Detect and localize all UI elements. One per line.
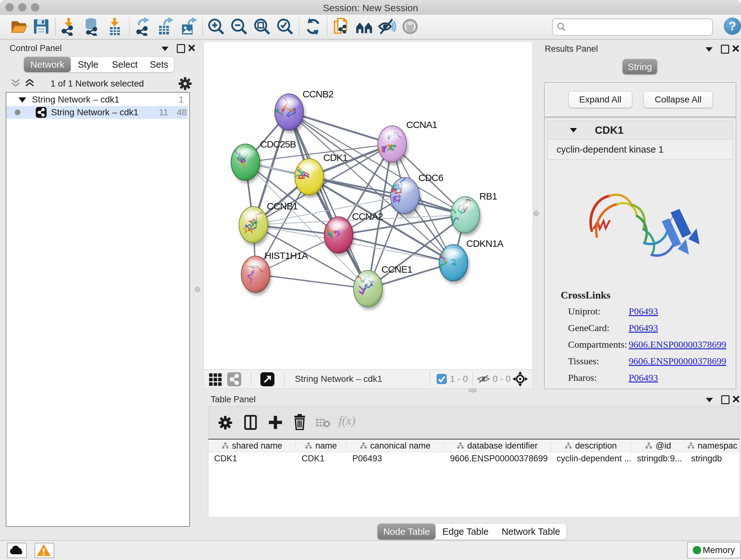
network-badge-icon[interactable] bbox=[227, 372, 241, 386]
zoom-selected-icon[interactable] bbox=[276, 17, 294, 36]
network-edge[interactable] bbox=[289, 112, 392, 144]
cell-description[interactable]: cyclin-dependent ... bbox=[551, 452, 631, 465]
tab-sets[interactable]: Sets bbox=[144, 57, 174, 72]
node-label: CDC25B bbox=[260, 139, 296, 149]
protein-section-header[interactable]: CDK1 bbox=[547, 121, 733, 140]
tab-network-table[interactable]: Network Table bbox=[495, 523, 566, 540]
add-column-icon[interactable] bbox=[268, 415, 283, 431]
search-input[interactable] bbox=[569, 20, 708, 33]
column-header[interactable]: @id bbox=[631, 440, 685, 452]
import-table-icon[interactable] bbox=[105, 17, 124, 36]
grid-view-icon[interactable] bbox=[208, 372, 222, 388]
refresh-icon[interactable] bbox=[304, 17, 322, 36]
cell-namespace[interactable]: stringdb bbox=[685, 452, 739, 465]
cell-id[interactable]: stringdb:9... bbox=[631, 452, 685, 465]
export-network-icon[interactable] bbox=[133, 17, 152, 36]
hidden-eye-icon[interactable] bbox=[477, 374, 490, 385]
delete-column-trash-icon[interactable] bbox=[292, 414, 307, 431]
crosslinks-title: CrossLinks bbox=[561, 289, 610, 301]
network-node-CCNB2[interactable]: CCNB2 bbox=[273, 89, 333, 130]
column-header[interactable]: namespac bbox=[685, 440, 739, 452]
panel-close-icon[interactable] bbox=[732, 45, 739, 52]
right-splitter-handle[interactable] bbox=[534, 211, 539, 216]
application-window: Session: New Session bbox=[0, 0, 741, 560]
network-edge[interactable] bbox=[289, 112, 368, 289]
column-header[interactable]: canonical name bbox=[347, 440, 444, 452]
hide-details-icon[interactable] bbox=[378, 17, 396, 36]
show-details-icon[interactable] bbox=[401, 17, 419, 36]
memory-button[interactable]: Memory bbox=[687, 542, 741, 558]
network-node-RB1[interactable]: RB1 bbox=[448, 191, 497, 233]
neighbors-icon[interactable] bbox=[355, 17, 374, 36]
network-node-CDK1[interactable]: CDK1 bbox=[292, 152, 347, 195]
panel-float-icon[interactable] bbox=[161, 47, 169, 51]
tab-node-table[interactable]: Node Table bbox=[378, 523, 436, 540]
panel-close-icon[interactable] bbox=[732, 395, 740, 403]
panel-maximize-icon[interactable] bbox=[177, 44, 185, 53]
zoom-out-icon[interactable] bbox=[230, 17, 248, 36]
column-header[interactable]: database identifier bbox=[444, 440, 551, 452]
expand-all-button[interactable]: Expand All bbox=[568, 91, 632, 108]
network-node-HIST1H1A[interactable]: HIST1H1A bbox=[239, 250, 308, 293]
import-network-icon[interactable] bbox=[59, 17, 78, 36]
tab-edge-table[interactable]: Edge Table bbox=[435, 523, 495, 540]
tab-select[interactable]: Select bbox=[105, 57, 145, 72]
crosslink-uniprot-link[interactable]: P06493 bbox=[629, 306, 658, 317]
cell-shared-name[interactable]: CDK1 bbox=[208, 452, 296, 465]
node-label: CCNA2 bbox=[352, 211, 383, 222]
toolbar-separator bbox=[202, 17, 203, 36]
tab-string[interactable]: String bbox=[623, 59, 657, 74]
crosslink-pharos-link[interactable]: P06493 bbox=[629, 372, 658, 383]
panel-float-icon[interactable] bbox=[706, 398, 713, 402]
network-node-CCNA1[interactable]: CCNA1 bbox=[377, 119, 437, 162]
section-collapse-icon[interactable] bbox=[570, 128, 577, 132]
selected-count: 1 - 0 bbox=[450, 370, 468, 388]
zoom-fit-icon[interactable] bbox=[253, 17, 271, 36]
open-folder-icon[interactable] bbox=[10, 17, 28, 36]
tab-network[interactable]: Network bbox=[24, 57, 71, 72]
network-options-gear-icon[interactable] bbox=[178, 77, 192, 92]
crosslink-compartments-link[interactable]: 9606.ENSP00000378699 bbox=[629, 339, 726, 350]
reset-view-crosshair-icon[interactable] bbox=[513, 371, 528, 388]
network-row-selected[interactable]: String Network – cdk1 11 48 bbox=[6, 106, 188, 119]
panel-maximize-icon[interactable] bbox=[721, 45, 729, 54]
cell-canonical-name[interactable]: P06493 bbox=[347, 452, 444, 465]
collapse-all-button[interactable]: Collapse All bbox=[644, 91, 713, 108]
search-field bbox=[552, 18, 713, 36]
status-separator bbox=[472, 372, 473, 386]
panel-close-icon[interactable] bbox=[188, 44, 195, 52]
crosslink-label: Tissues: bbox=[568, 356, 599, 366]
tab-style[interactable]: Style bbox=[71, 57, 106, 72]
selected-checkbox-icon[interactable] bbox=[436, 374, 447, 384]
cell-database-identifier[interactable]: 9606.ENSP00000378699 bbox=[444, 452, 551, 465]
cloud-icon[interactable] bbox=[7, 543, 27, 558]
crosslink-genecard-link[interactable]: P06493 bbox=[629, 322, 658, 333]
import-database-icon[interactable] bbox=[82, 17, 101, 36]
open-in-window-icon[interactable] bbox=[260, 372, 274, 386]
clone-network-icon[interactable] bbox=[332, 17, 350, 36]
left-splitter-handle[interactable] bbox=[195, 287, 200, 292]
protein-description: cyclin-dependent kinase 1 bbox=[548, 144, 664, 154]
network-node-CCNE1[interactable]: CCNE1 bbox=[354, 264, 412, 307]
network-canvas[interactable]: CCNB2CCNA1CDC25BCDK1CDC6RB1CCNB1CCNA2CDK… bbox=[203, 42, 533, 370]
table-row[interactable]: CDK1 CDK1 P06493 9606.ENSP00000378699 cy… bbox=[208, 452, 739, 465]
node-count: 11 bbox=[159, 106, 168, 119]
help-icon[interactable]: ? bbox=[724, 17, 741, 35]
export-image-icon[interactable] bbox=[179, 17, 198, 36]
show-columns-icon[interactable] bbox=[243, 415, 258, 431]
network-collection-row[interactable]: String Network – cdk1 1 bbox=[6, 93, 188, 106]
column-header[interactable]: name bbox=[296, 440, 347, 452]
save-icon[interactable] bbox=[32, 17, 51, 36]
panel-maximize-icon[interactable] bbox=[721, 395, 730, 404]
column-header[interactable]: shared name bbox=[208, 440, 296, 452]
column-header[interactable]: description bbox=[551, 440, 631, 452]
export-table-icon[interactable] bbox=[156, 17, 175, 36]
warning-icon[interactable] bbox=[35, 543, 54, 558]
crosslink-tissues-link[interactable]: 9606.ENSP00000378699 bbox=[629, 356, 726, 367]
cell-name[interactable]: CDK1 bbox=[296, 452, 347, 465]
tree-expand-icon[interactable] bbox=[18, 98, 26, 103]
network-edge[interactable] bbox=[256, 274, 368, 289]
panel-float-icon[interactable] bbox=[705, 47, 713, 52]
zoom-in-icon[interactable] bbox=[207, 17, 225, 36]
table-settings-gear-icon[interactable] bbox=[218, 415, 232, 431]
